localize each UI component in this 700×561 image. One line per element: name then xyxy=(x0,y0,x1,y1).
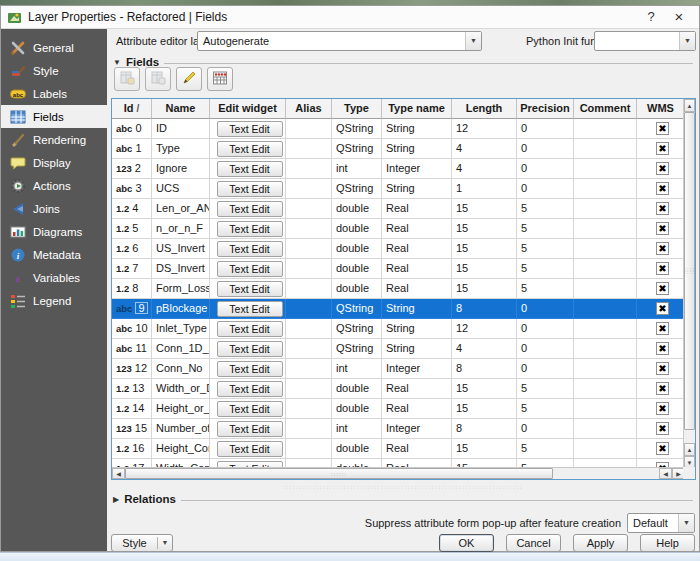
table-row[interactable]: 12312Conn_NoText EditintInteger80✖ xyxy=(112,359,685,379)
edit-widget-button[interactable]: Text Edit xyxy=(217,441,283,457)
edit-widget-button[interactable]: Text Edit xyxy=(217,221,283,237)
vertical-scroll-thumb[interactable]: :::::::: xyxy=(684,112,695,430)
sidebar-item-labels[interactable]: abcLabels xyxy=(1,82,107,105)
sidebar-item-display[interactable]: Display xyxy=(1,151,107,174)
table-row[interactable]: abc10Inlet_TypeText EditQStringString120… xyxy=(112,319,685,339)
wms-checkbox[interactable]: ✖ xyxy=(656,442,669,455)
column-header-id[interactable]: Id/ xyxy=(112,99,152,119)
edit-widget-button[interactable]: Text Edit xyxy=(217,241,283,257)
wms-checkbox[interactable]: ✖ xyxy=(656,402,669,415)
wms-checkbox[interactable]: ✖ xyxy=(656,162,669,175)
edit-widget-button[interactable]: Text Edit xyxy=(217,381,283,397)
table-row[interactable]: abc9pBlockageText EditQStringString80✖ xyxy=(112,299,685,319)
table-row[interactable]: abc11Conn_1D_2DText EditQStringString40✖ xyxy=(112,339,685,359)
edit-widget-button[interactable]: Text Edit xyxy=(217,201,283,217)
wms-checkbox[interactable]: ✖ xyxy=(656,362,669,375)
sidebar-item-joins[interactable]: Joins xyxy=(1,197,107,220)
edit-widget-button[interactable]: Text Edit xyxy=(217,301,283,317)
wms-checkbox[interactable]: ✖ xyxy=(656,282,669,295)
table-row[interactable]: abc3UCSText EditQStringString10✖ xyxy=(112,179,685,199)
edit-widget-button[interactable]: Text Edit xyxy=(217,261,283,277)
table-row[interactable]: abc0IDText EditQStringString120✖ xyxy=(112,119,685,139)
edit-widget-button[interactable]: Text Edit xyxy=(217,281,283,297)
python-init-function-select[interactable]: ▼ xyxy=(594,31,696,51)
scroll-left-button[interactable]: ◀ xyxy=(112,468,125,479)
sidebar-item-general[interactable]: General xyxy=(1,36,107,59)
suppress-select[interactable]: Default ▼ xyxy=(627,513,695,533)
edit-widget-button[interactable]: Text Edit xyxy=(217,121,283,137)
edit-widget-button[interactable]: Text Edit xyxy=(217,361,283,377)
table-row[interactable]: 1232IgnoreText EditintInteger40✖ xyxy=(112,159,685,179)
table-row[interactable]: 1.216Height_ConText EditdoubleReal155✖ xyxy=(112,439,685,459)
cell-name: Width_or_D xyxy=(152,379,210,399)
table-row[interactable]: 1.24Len_or_ANAText EditdoubleReal155✖ xyxy=(112,199,685,219)
scroll-left-button-2[interactable]: ◀ xyxy=(659,468,672,479)
column-header-type[interactable]: Type xyxy=(332,99,382,119)
table-row[interactable]: 1.213Width_or_DText EditdoubleReal155✖ xyxy=(112,379,685,399)
edit-widget-button[interactable]: Text Edit xyxy=(217,341,283,357)
sidebar-item-style[interactable]: Style xyxy=(1,59,107,82)
close-button[interactable]: × xyxy=(665,8,693,27)
edit-widget-button[interactable]: Text Edit xyxy=(217,161,283,177)
edit-widget-button[interactable]: Text Edit xyxy=(217,141,283,157)
horizontal-scrollbar[interactable]: ◀ :::::: ◀▶ xyxy=(112,467,685,479)
collapse-triangle-icon[interactable]: ▼ xyxy=(113,58,121,67)
sidebar-item-fields[interactable]: Fields xyxy=(1,105,107,128)
apply-button[interactable]: Apply xyxy=(573,534,628,552)
collapse-triangle-icon[interactable]: ▶ xyxy=(113,495,119,504)
delete-field-button[interactable] xyxy=(145,67,171,91)
table-row[interactable]: 1.25n_or_n_FText EditdoubleReal155✖ xyxy=(112,219,685,239)
column-header-comment[interactable]: Comment xyxy=(574,99,637,119)
edit-widget-button[interactable]: Text Edit xyxy=(217,321,283,337)
sidebar-item-metadata[interactable]: iMetadata xyxy=(1,243,107,266)
sidebar-item-actions[interactable]: Actions xyxy=(1,174,107,197)
style-menu-button[interactable]: Style ▼ xyxy=(111,534,173,552)
table-row[interactable]: 1.26US_InvertText EditdoubleReal155✖ xyxy=(112,239,685,259)
column-header-precision[interactable]: Precision xyxy=(517,99,574,119)
relations-group-header[interactable]: ▶ Relations xyxy=(113,492,693,506)
wms-checkbox[interactable]: ✖ xyxy=(656,382,669,395)
field-calculator-button[interactable] xyxy=(207,67,233,91)
scroll-up-button[interactable]: ▲ xyxy=(684,99,695,112)
wms-checkbox[interactable]: ✖ xyxy=(656,322,669,335)
cancel-button[interactable]: Cancel xyxy=(506,534,561,552)
wms-checkbox[interactable]: ✖ xyxy=(656,122,669,135)
attribute-editor-layout-select[interactable]: Autogenerate ▼ xyxy=(197,31,482,51)
sidebar-item-diagrams[interactable]: Diagrams xyxy=(1,220,107,243)
column-header-length[interactable]: Length xyxy=(452,99,517,119)
column-header-edit-widget[interactable]: Edit widget xyxy=(210,99,286,119)
column-header-name[interactable]: Name xyxy=(152,99,210,119)
ok-button[interactable]: OK xyxy=(439,534,494,552)
wms-checkbox[interactable]: ✖ xyxy=(656,202,669,215)
sidebar-item-variables[interactable]: εVariables xyxy=(1,266,107,289)
wms-checkbox[interactable]: ✖ xyxy=(656,142,669,155)
sidebar-item-legend[interactable]: Legend xyxy=(1,289,107,312)
scroll-up-button-2[interactable]: ▲ xyxy=(684,443,695,456)
toggle-editing-button[interactable] xyxy=(176,67,202,91)
wms-checkbox[interactable]: ✖ xyxy=(656,182,669,195)
wms-checkbox[interactable]: ✖ xyxy=(656,302,669,315)
splitter-handle[interactable]: ::::::::::::::::::::::::::::::::::::::::… xyxy=(255,485,551,489)
column-header-wms[interactable]: WMS xyxy=(637,99,685,119)
new-field-button[interactable] xyxy=(114,67,140,91)
wms-checkbox[interactable]: ✖ xyxy=(656,242,669,255)
sidebar-item-rendering[interactable]: Rendering xyxy=(1,128,107,151)
table-row[interactable]: 1.28Form_LossText EditdoubleReal155✖ xyxy=(112,279,685,299)
help-titlebar-button[interactable]: ? xyxy=(637,8,665,27)
wms-checkbox[interactable]: ✖ xyxy=(656,262,669,275)
edit-widget-button[interactable]: Text Edit xyxy=(217,181,283,197)
wms-checkbox[interactable]: ✖ xyxy=(656,342,669,355)
table-row[interactable]: 1.214Height_or_Text EditdoubleReal155✖ xyxy=(112,399,685,419)
help-button[interactable]: Help xyxy=(640,534,695,552)
horizontal-scroll-thumb[interactable]: :::::: xyxy=(125,468,553,479)
wms-checkbox[interactable]: ✖ xyxy=(656,422,669,435)
edit-widget-button[interactable]: Text Edit xyxy=(217,421,283,437)
vertical-scrollbar[interactable]: ▲ :::::::: ▲ ▼ xyxy=(683,99,695,469)
table-row[interactable]: abc1TypeText EditQStringString40✖ xyxy=(112,139,685,159)
table-row[interactable]: 12315Number_ofText EditintInteger80✖ xyxy=(112,419,685,439)
edit-widget-button[interactable]: Text Edit xyxy=(217,401,283,417)
column-header-type-name[interactable]: Type name xyxy=(382,99,452,119)
wms-checkbox[interactable]: ✖ xyxy=(656,222,669,235)
column-header-alias[interactable]: Alias xyxy=(286,99,332,119)
table-row[interactable]: 1.27DS_InvertText EditdoubleReal155✖ xyxy=(112,259,685,279)
